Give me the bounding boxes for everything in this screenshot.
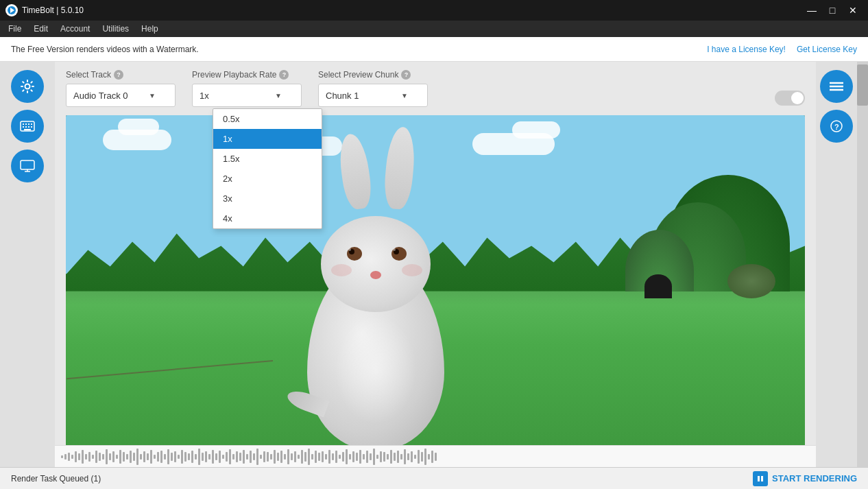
preview-playback-group: Preview Playback Rate ? 1x ▼ <box>192 70 302 107</box>
rabbit-nose <box>370 271 381 279</box>
rabbit-eye-left <box>347 247 362 261</box>
select-preview-chunk-group: Select Preview Chunk ? Chunk 1 ▼ <box>318 70 428 107</box>
select-track-help-icon[interactable]: ? <box>114 70 123 80</box>
license-key-link[interactable]: I have a License Key! <box>707 45 786 54</box>
svg-rect-21 <box>758 476 760 481</box>
statusbar-text: Render Task Queued (1) <box>11 474 101 484</box>
cave <box>644 274 672 298</box>
menu-help[interactable]: Help <box>136 21 164 37</box>
help-button[interactable]: ? <box>820 110 853 143</box>
select-track-group: Select Track ? Audio Track 0 ▼ <box>66 70 176 107</box>
waveform-area: (function() { const container = document… <box>55 445 816 467</box>
preview-playback-dropdown[interactable]: 1x ▼ <box>192 84 302 107</box>
video-preview[interactable] <box>66 115 805 467</box>
rabbit-cheek-right <box>402 264 422 276</box>
noticebar-links: I have a License Key! Get License Key <box>707 45 857 54</box>
controls-row: Select Track ? Audio Track 0 ▼ Preview P… <box>66 70 805 107</box>
select-preview-chunk-help-icon[interactable]: ? <box>401 70 411 80</box>
scrollbar[interactable] <box>857 62 868 467</box>
select-track-label: Select Track ? <box>66 70 176 80</box>
timebolt-logo <box>5 4 18 16</box>
scrollbar-thumb[interactable] <box>857 64 868 106</box>
titlebar: TimeBolt | 5.0.10 — □ ✕ <box>0 0 868 21</box>
playback-rate-dropdown-menu[interactable]: 0.5x 1x 1.5x 2x 3x 4x <box>213 108 322 229</box>
svg-rect-9 <box>25 126 27 128</box>
close-button[interactable]: ✕ <box>843 3 863 18</box>
select-preview-chunk-arrow-icon: ▼ <box>401 92 408 99</box>
display-button[interactable] <box>11 150 44 182</box>
maximize-button[interactable]: □ <box>823 3 842 18</box>
keyboard-button[interactable] <box>11 110 44 143</box>
select-preview-chunk-label: Select Preview Chunk ? <box>318 70 428 80</box>
preview-playback-arrow-icon: ▼ <box>275 92 282 99</box>
titlebar-controls: — □ ✕ <box>802 3 863 18</box>
svg-rect-7 <box>31 123 32 125</box>
content-area: Select Track ? Audio Track 0 ▼ Preview P… <box>55 62 816 467</box>
mossy-rock <box>727 264 775 298</box>
scene-canvas <box>66 115 805 467</box>
svg-rect-4 <box>23 123 24 125</box>
menu-account[interactable]: Account <box>55 21 95 37</box>
render-icon <box>753 471 768 486</box>
option-0.5x[interactable]: 0.5x <box>213 109 322 129</box>
settings-button[interactable] <box>11 70 44 103</box>
rabbit-ear-right <box>383 126 417 211</box>
select-track-dropdown[interactable]: Audio Track 0 ▼ <box>66 84 176 107</box>
svg-rect-13 <box>21 160 34 169</box>
menu-button[interactable] <box>820 70 853 103</box>
option-3x[interactable]: 3x <box>213 189 322 208</box>
rabbit-eye-right <box>391 247 407 261</box>
noticebar: The Free Version renders videos with a W… <box>0 37 868 62</box>
rabbit-head <box>321 216 431 312</box>
menu-file[interactable]: File <box>3 21 27 37</box>
start-rendering-button[interactable]: START RENDERING <box>753 471 857 486</box>
rabbit-cheek-left <box>331 264 352 276</box>
preview-playback-help-icon[interactable]: ? <box>279 70 289 80</box>
svg-rect-6 <box>28 123 29 125</box>
rabbit-belly <box>335 315 417 425</box>
menubar: File Edit Account Utilities Help <box>0 21 868 37</box>
notice-text: The Free Version renders videos with a W… <box>11 45 199 54</box>
rabbit-arm-left <box>285 387 329 418</box>
option-1x[interactable]: 1x <box>213 129 322 149</box>
svg-rect-10 <box>28 126 29 128</box>
toggle-switch[interactable] <box>775 91 805 106</box>
svg-rect-11 <box>31 126 32 128</box>
rabbit-ear-left <box>336 132 374 211</box>
select-track-arrow-icon: ▼ <box>149 92 156 99</box>
svg-rect-22 <box>761 476 763 481</box>
select-preview-chunk-dropdown[interactable]: Chunk 1 ▼ <box>318 84 428 107</box>
option-4x[interactable]: 4x <box>213 208 322 228</box>
option-1.5x[interactable]: 1.5x <box>213 149 322 169</box>
svg-point-2 <box>25 84 30 89</box>
cloud-3b <box>512 121 560 139</box>
statusbar: Render Task Queued (1) START RENDERING <box>0 467 868 489</box>
left-sidebar <box>0 62 55 467</box>
get-license-link[interactable]: Get License Key <box>797 45 857 54</box>
svg-rect-12 <box>24 129 31 130</box>
cloud-1b <box>118 119 159 135</box>
svg-text:?: ? <box>834 123 839 131</box>
titlebar-left: TimeBolt | 5.0.10 <box>5 4 84 16</box>
svg-rect-8 <box>23 126 24 128</box>
title-text: TimeBolt | 5.0.10 <box>22 5 84 15</box>
toggle-area <box>775 91 805 107</box>
option-2x[interactable]: 2x <box>213 169 322 189</box>
rabbit-body <box>307 257 444 449</box>
menu-edit[interactable]: Edit <box>28 21 53 37</box>
svg-rect-5 <box>25 123 27 125</box>
minimize-button[interactable]: — <box>802 3 821 18</box>
main-layout: Select Track ? Audio Track 0 ▼ Preview P… <box>0 62 868 467</box>
menu-utilities[interactable]: Utilities <box>97 21 134 37</box>
preview-playback-label: Preview Playback Rate ? <box>192 70 302 80</box>
right-sidebar: ? <box>816 62 857 467</box>
